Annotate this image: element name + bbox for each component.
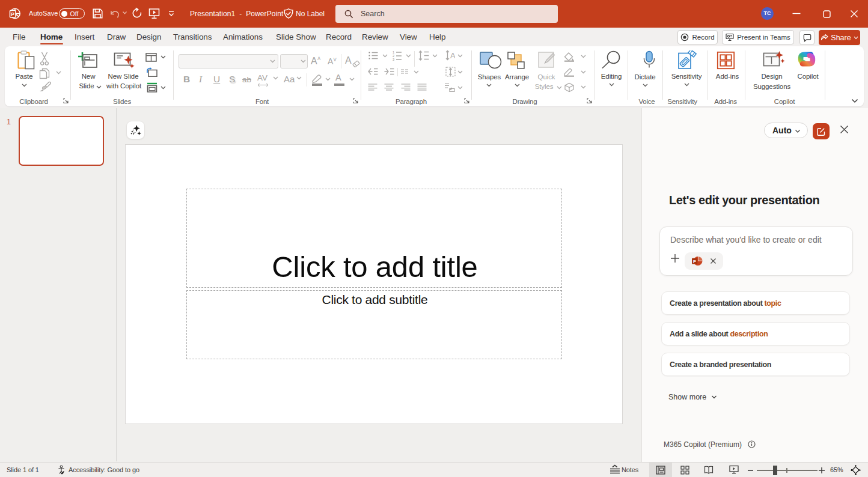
svg-text:A: A (450, 51, 455, 60)
svg-text:P: P (11, 11, 14, 17)
svg-text:3: 3 (393, 58, 394, 61)
svg-text:P: P (693, 259, 696, 264)
